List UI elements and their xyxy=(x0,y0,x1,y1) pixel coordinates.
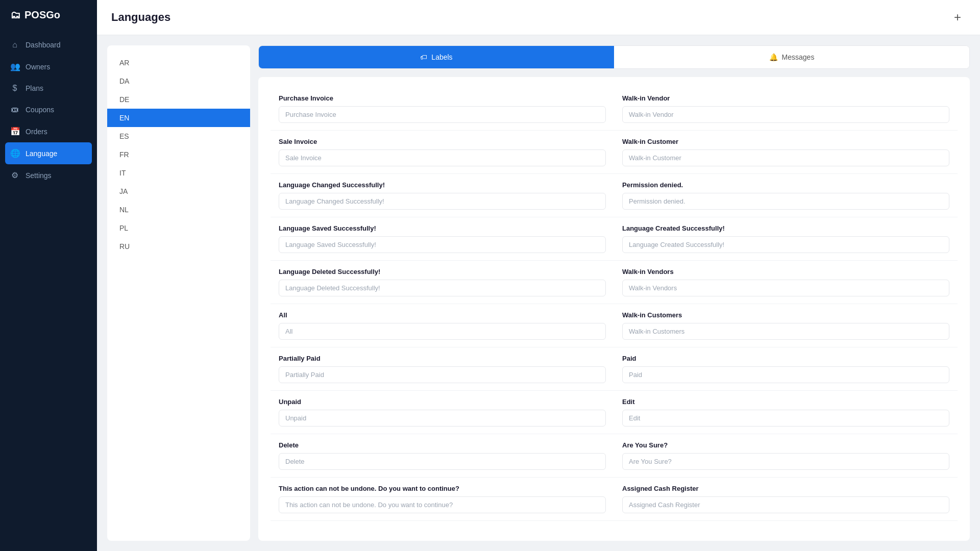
label-field-action_undone_label: This action can not be undone. Do you wa… xyxy=(271,478,614,521)
orders-icon: 📅 xyxy=(10,127,19,136)
nav-label-language: Language xyxy=(26,149,57,158)
field-label-text-walk_in_customer_label: Walk-in Customer xyxy=(622,138,949,145)
lang-item-de[interactable]: DE xyxy=(107,90,250,109)
lang-item-fr[interactable]: FR xyxy=(107,145,250,164)
language-icon: 🌐 xyxy=(10,148,19,158)
label-field-paid_label: Paid xyxy=(614,347,958,391)
lang-item-ar[interactable]: AR xyxy=(107,54,250,72)
messages-tab-icon: 🔔 xyxy=(769,53,778,61)
field-input-purchase_invoice_label[interactable] xyxy=(279,106,606,123)
field-input-language_saved_label[interactable] xyxy=(279,236,606,253)
page-title: Languages xyxy=(111,11,170,24)
messages-tab-label: Messages xyxy=(782,53,815,61)
nav-label-plans: Plans xyxy=(26,84,43,92)
settings-icon: ⚙ xyxy=(10,170,19,180)
field-label-text-language_changed_label: Language Changed Successfully! xyxy=(279,181,606,189)
field-label-text-all_label: All xyxy=(279,311,606,319)
labels-container: Purchase Invoice Walk-in Vendor Sale Inv… xyxy=(258,77,970,541)
lang-item-nl[interactable]: NL xyxy=(107,201,250,219)
coupons-icon: 🎟 xyxy=(10,105,19,114)
field-label-text-permission_denied_label: Permission denied. xyxy=(622,181,949,189)
plans-icon: $ xyxy=(10,84,19,93)
tab-labels[interactable]: 🏷Labels xyxy=(259,46,614,68)
sidebar-item-dashboard[interactable]: ⌂Dashboard xyxy=(0,34,97,56)
field-input-permission_denied_label[interactable] xyxy=(622,193,949,210)
field-label-text-walk_in_vendors_label: Walk-in Vendors xyxy=(622,268,949,276)
sidebar: 🗂 POSGo ⌂Dashboard👥Owners$Plans🎟Coupons📅… xyxy=(0,0,97,551)
field-label-text-delete_label: Delete xyxy=(279,441,606,449)
field-label-text-unpaid_label: Unpaid xyxy=(279,398,606,406)
lang-item-ru[interactable]: RU xyxy=(107,237,250,256)
field-label-text-partially_paid_label: Partially Paid xyxy=(279,355,606,362)
field-label-text-language_saved_label: Language Saved Successfully! xyxy=(279,224,606,232)
field-input-all_label[interactable] xyxy=(279,323,606,340)
logo-icon: 🗂 xyxy=(10,9,20,21)
field-input-are_you_sure_label[interactable] xyxy=(622,453,949,470)
field-input-assigned_cash_register_label[interactable] xyxy=(622,496,949,513)
sidebar-item-orders[interactable]: 📅Orders xyxy=(0,120,97,142)
nav-label-owners: Owners xyxy=(26,63,50,71)
content-area: ARDADEENESFRITJANLPLRU 🏷Labels🔔Messages … xyxy=(97,35,980,551)
lang-item-en[interactable]: EN xyxy=(107,109,250,127)
field-label-text-paid_label: Paid xyxy=(622,355,949,362)
sidebar-item-settings[interactable]: ⚙Settings xyxy=(0,164,97,186)
field-input-action_undone_label[interactable] xyxy=(279,496,606,513)
field-label-text-language_deleted_label: Language Deleted Successfully! xyxy=(279,268,606,276)
field-input-partially_paid_label[interactable] xyxy=(279,366,606,383)
labels-tab-label: Labels xyxy=(431,53,452,61)
field-label-text-language_created_label: Language Created Successfully! xyxy=(622,224,949,232)
field-input-edit_label[interactable] xyxy=(622,410,949,427)
label-field-edit_label: Edit xyxy=(614,391,958,434)
lang-item-pl[interactable]: PL xyxy=(107,219,250,237)
field-label-text-walk_in_vendor_label: Walk-in Vendor xyxy=(622,94,949,102)
field-input-language_changed_label[interactable] xyxy=(279,193,606,210)
right-panel: 🏷Labels🔔Messages Purchase Invoice Walk-i… xyxy=(258,45,970,541)
lang-item-da[interactable]: DA xyxy=(107,72,250,90)
label-field-delete_label: Delete xyxy=(271,434,614,478)
label-field-language_deleted_label: Language Deleted Successfully! xyxy=(271,261,614,304)
field-input-unpaid_label[interactable] xyxy=(279,410,606,427)
nav-menu: ⌂Dashboard👥Owners$Plans🎟Coupons📅Orders🌐L… xyxy=(0,30,97,190)
label-field-assigned_cash_register_label: Assigned Cash Register xyxy=(614,478,958,521)
field-input-language_created_label[interactable] xyxy=(622,236,949,253)
field-input-walk_in_customer_label[interactable] xyxy=(622,149,949,166)
lang-item-es[interactable]: ES xyxy=(107,127,250,145)
label-field-walk_in_customer_label: Walk-in Customer xyxy=(614,131,958,174)
nav-label-settings: Settings xyxy=(26,171,52,180)
app-logo: 🗂 POSGo xyxy=(0,0,97,30)
sidebar-item-coupons[interactable]: 🎟Coupons xyxy=(0,99,97,120)
field-input-walk_in_vendors_label[interactable] xyxy=(622,280,949,296)
tab-bar: 🏷Labels🔔Messages xyxy=(258,45,970,69)
nav-label-dashboard: Dashboard xyxy=(26,41,61,49)
label-field-language_created_label: Language Created Successfully! xyxy=(614,217,958,261)
label-field-walk_in_customers_label: Walk-in Customers xyxy=(614,304,958,347)
labels-tab-icon: 🏷 xyxy=(420,53,427,61)
label-field-unpaid_label: Unpaid xyxy=(271,391,614,434)
top-bar: Languages + xyxy=(97,0,980,35)
field-input-walk_in_vendor_label[interactable] xyxy=(622,106,949,123)
nav-label-coupons: Coupons xyxy=(26,106,54,114)
dashboard-icon: ⌂ xyxy=(10,40,19,49)
labels-grid: Purchase Invoice Walk-in Vendor Sale Inv… xyxy=(271,87,958,521)
lang-item-it[interactable]: IT xyxy=(107,164,250,182)
label-field-language_saved_label: Language Saved Successfully! xyxy=(271,217,614,261)
field-input-language_deleted_label[interactable] xyxy=(279,280,606,296)
field-label-text-sale_invoice_label: Sale Invoice xyxy=(279,138,606,145)
field-input-paid_label[interactable] xyxy=(622,366,949,383)
label-field-walk_in_vendor_label: Walk-in Vendor xyxy=(614,87,958,131)
field-label-text-edit_label: Edit xyxy=(622,398,949,406)
field-input-delete_label[interactable] xyxy=(279,453,606,470)
tab-messages[interactable]: 🔔Messages xyxy=(614,46,969,68)
sidebar-item-plans[interactable]: $Plans xyxy=(0,78,97,99)
field-label-text-action_undone_label: This action can not be undone. Do you wa… xyxy=(279,485,606,492)
sidebar-item-language[interactable]: 🌐Language xyxy=(5,142,92,164)
field-label-text-walk_in_customers_label: Walk-in Customers xyxy=(622,311,949,319)
sidebar-item-owners[interactable]: 👥Owners xyxy=(0,56,97,78)
main-content: Languages + ARDADEENESFRITJANLPLRU 🏷Labe… xyxy=(97,0,980,551)
app-name: POSGo xyxy=(24,9,60,21)
field-input-sale_invoice_label[interactable] xyxy=(279,149,606,166)
lang-item-ja[interactable]: JA xyxy=(107,182,250,201)
add-button[interactable]: + xyxy=(949,9,966,26)
field-input-walk_in_customers_label[interactable] xyxy=(622,323,949,340)
nav-label-orders: Orders xyxy=(26,128,47,136)
